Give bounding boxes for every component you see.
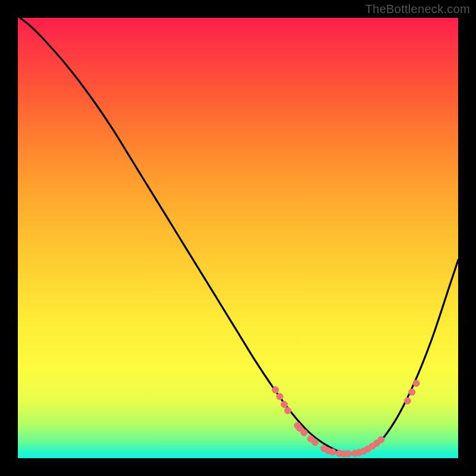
chart-container: TheBottleneck.com [0, 0, 476, 476]
watermark-text: TheBottleneck.com [365, 2, 470, 16]
marker-dot [413, 380, 419, 387]
marker-dot [345, 450, 352, 457]
marker-dot [404, 397, 411, 404]
marker-dot [330, 449, 336, 455]
marker-dot [281, 401, 287, 408]
marker-dot [378, 436, 384, 443]
bottleneck-curve [20, 18, 458, 454]
marker-dot [284, 408, 291, 414]
marker-dot [272, 387, 278, 393]
marker-dot [277, 393, 283, 400]
marker-dot [409, 389, 415, 396]
marker-dot [301, 430, 308, 436]
plot-area [18, 18, 458, 458]
chart-svg [18, 18, 458, 458]
marker-dot [312, 439, 318, 446]
